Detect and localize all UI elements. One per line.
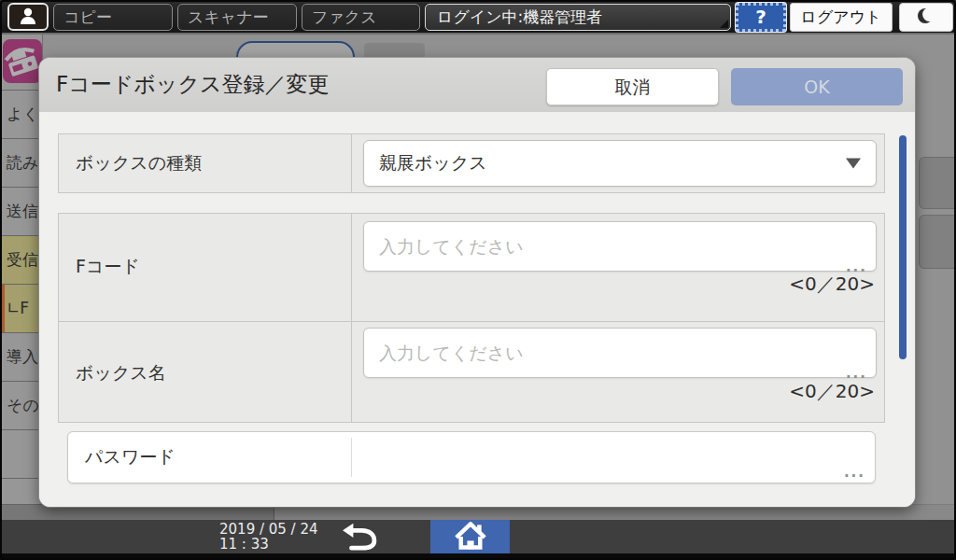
help-button[interactable]: ? <box>736 3 786 32</box>
f-code-input[interactable] <box>363 221 877 272</box>
home-button[interactable] <box>430 520 510 553</box>
home-icon <box>452 520 489 554</box>
cancel-button[interactable]: 取消 <box>546 68 719 105</box>
divider <box>351 438 352 477</box>
box-type-value: 親展ボックス <box>379 151 487 175</box>
divider <box>59 321 884 322</box>
logout-button[interactable]: ログアウト <box>790 3 893 32</box>
back-button[interactable] <box>329 520 388 553</box>
box-type-dropdown[interactable]: 親展ボックス <box>363 140 877 187</box>
user-icon <box>17 5 39 30</box>
crescent-moon-icon <box>915 5 937 31</box>
fcode-box-dialog: Fコードボックス登録／変更 取消 OK ボックスの種類 親展ボックス Fコード … <box>39 58 915 507</box>
dialog-title: Fコードボックス登録／変更 <box>56 70 329 99</box>
f-code-counter: <0／20> <box>789 272 875 297</box>
dialog-scrollbar[interactable] <box>899 135 907 359</box>
ok-button[interactable]: OK <box>731 68 903 105</box>
dialog-body: ボックスの種類 親展ボックス Fコード ... <0／20> ボックス名 ...… <box>39 112 915 507</box>
user-button[interactable] <box>7 3 49 31</box>
time-text: 11 : 33 <box>219 537 318 552</box>
date-text: 2019 / 05 / 24 <box>219 522 318 537</box>
tab-scanner[interactable]: スキャナー <box>177 4 297 31</box>
system-top-bar: コピー スキャナー ファクス ログイン中:機器管理者 ? ログアウト <box>0 0 956 35</box>
password-row[interactable]: パスワード ... <box>67 431 876 483</box>
tab-fax[interactable]: ファクス <box>302 4 420 31</box>
box-name-input[interactable] <box>363 328 877 378</box>
divider <box>351 214 352 422</box>
tab-copy[interactable]: コピー <box>53 4 173 31</box>
dialog-header: Fコードボックス登録／変更 取消 OK <box>39 58 915 112</box>
box-name-counter: <0／20> <box>789 379 875 404</box>
date-time: 2019 / 05 / 24 11 : 33 <box>219 522 318 552</box>
login-status-button[interactable]: ログイン中:機器管理者 <box>425 4 731 31</box>
box-type-label: ボックスの種類 <box>76 151 202 175</box>
energy-saver-button[interactable] <box>899 3 953 32</box>
system-bottom-bar: 2019 / 05 / 24 11 : 33 <box>0 520 956 560</box>
divider <box>351 134 352 192</box>
box-type-row: ボックスの種類 親展ボックス <box>58 133 885 193</box>
chevron-down-icon <box>846 159 861 169</box>
device-screen: よく 読み 送信 受信 ∟F 導入 その コピー スキャナー <box>0 0 956 560</box>
f-code-label: Fコード <box>76 255 140 279</box>
password-label: パスワード <box>85 445 176 469</box>
code-name-rows: Fコード ... <0／20> ボックス名 ... <0／20> <box>58 213 885 423</box>
box-name-label: ボックス名 <box>76 361 166 385</box>
password-more-indicator: ... <box>844 464 865 481</box>
back-arrow-icon <box>337 521 380 553</box>
